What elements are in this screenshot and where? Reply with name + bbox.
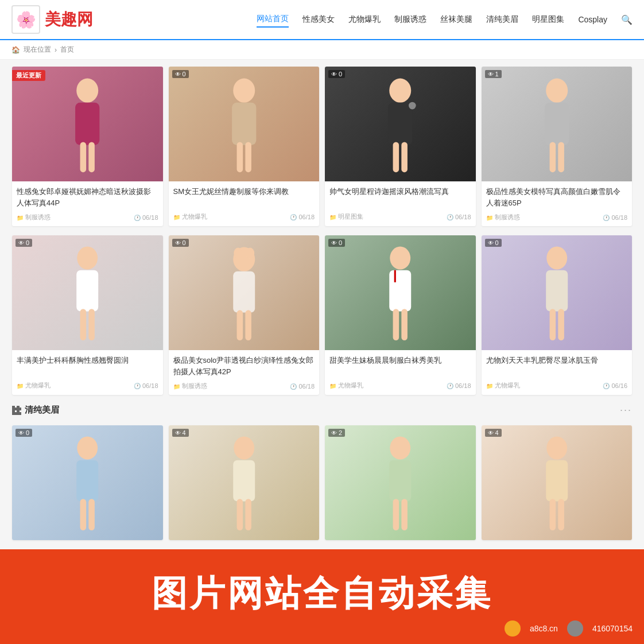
card-6-thumb[interactable]: 0 — [169, 235, 320, 350]
card-11-thumb[interactable]: 2 — [325, 425, 476, 540]
svg-rect-28 — [389, 270, 411, 312]
svg-rect-43 — [245, 499, 251, 530]
svg-rect-11 — [401, 142, 408, 172]
svg-point-12 — [409, 102, 416, 110]
card-1: 最近更新 性感兔女郎卓娅祺妩媚神态暗送秋波摄影人体写真44P 制服诱惑 — [12, 67, 163, 226]
svg-rect-50 — [549, 499, 556, 530]
search-icon[interactable]: 🔍 — [621, 14, 633, 25]
grid-pure: 0 4 — [12, 425, 632, 540]
ad-banner-sub: a8c8.cn 416070154 — [11, 620, 633, 637]
card-10: 4 — [169, 425, 320, 540]
svg-point-22 — [234, 248, 242, 259]
svg-rect-46 — [393, 499, 399, 530]
nav-item-uniform[interactable]: 制服诱惑 — [394, 12, 426, 27]
clock-icon-7 — [447, 382, 453, 389]
card-8-thumb[interactable]: 0 — [482, 235, 633, 350]
card-3-title: 帅气女明星程诗迦摇滚风格潮流写真 — [329, 186, 471, 208]
card-5-category: 尤物爆乳 — [17, 381, 51, 390]
ad-link-1[interactable]: a8c8.cn — [530, 624, 558, 633]
section-pure-header: 清纯美眉 ··· — [12, 404, 632, 420]
svg-rect-49 — [546, 460, 568, 502]
svg-rect-47 — [401, 499, 408, 530]
section-pure-title: 清纯美眉 — [12, 405, 59, 416]
card-2-meta: 尤物爆乳 06/18 — [173, 212, 315, 221]
card-3-thumb[interactable]: 0 — [325, 67, 476, 181]
card-1-image — [12, 67, 163, 181]
svg-rect-9 — [388, 103, 412, 145]
clock-icon — [134, 214, 141, 221]
card-8-image — [482, 235, 633, 350]
card-7-thumb[interactable]: 0 — [325, 235, 476, 350]
card-5-thumb[interactable]: 0 — [12, 235, 163, 350]
svg-rect-38 — [80, 499, 87, 530]
svg-rect-39 — [88, 499, 95, 530]
logo-icon: 🌸 — [11, 5, 40, 34]
card-1-category: 制服诱惑 — [17, 213, 51, 222]
svg-rect-24 — [233, 271, 255, 313]
svg-rect-51 — [558, 499, 564, 530]
card-2-thumb[interactable]: 0 — [169, 67, 320, 181]
card-6: 0 极品美女solo尹菲透视白纱演绎性感兔女郎拍摄人体写真42P — [169, 235, 320, 395]
card-12-thumb[interactable]: 4 — [482, 425, 633, 540]
folder-icon-3 — [329, 214, 336, 220]
header: 🌸 美趣网 网站首页 性感美女 尤物爆乳 制服诱惑 丝袜美腿 清纯美眉 明星图集… — [0, 0, 644, 40]
card-12: 4 — [482, 425, 633, 540]
svg-rect-5 — [232, 103, 256, 145]
card-4-image — [482, 67, 633, 181]
card-3-meta: 明星图集 06/18 — [329, 212, 471, 221]
nav-item-star[interactable]: 明星图集 — [532, 12, 564, 27]
nav-item-silk[interactable]: 丝袜美腿 — [440, 12, 472, 27]
folder-icon-6 — [173, 383, 180, 390]
card-6-meta: 制服诱惑 06/18 — [173, 382, 315, 390]
card-3-views: 0 — [328, 70, 345, 78]
svg-rect-30 — [393, 309, 399, 340]
folder-icon-5 — [17, 382, 24, 389]
svg-point-23 — [246, 248, 254, 259]
card-3-date: 06/18 — [447, 214, 471, 220]
section-more-btn[interactable]: ··· — [620, 404, 632, 416]
card-2-body: SM女王尤妮丝情趣制服等你来调教 尤物爆乳 06/18 — [169, 181, 320, 226]
breadcrumb-home-icon: 🏠 — [11, 46, 20, 54]
nav-item-cosplay[interactable]: Cosplay — [578, 13, 607, 26]
nav-item-home[interactable]: 网站首页 — [257, 11, 289, 28]
nav-item-pure[interactable]: 清纯美眉 — [486, 12, 518, 27]
breadcrumb-sep: › — [55, 46, 57, 54]
logo-text: 美趣网 — [45, 9, 93, 30]
eye-icon-9 — [18, 429, 24, 436]
nav-item-busty[interactable]: 尤物爆乳 — [348, 12, 381, 27]
nav-item-sexy[interactable]: 性感美女 — [302, 12, 335, 27]
card-1-title: 性感兔女郎卓娅祺妩媚神态暗送秋波摄影人体写真44P — [17, 186, 158, 208]
svg-rect-7 — [245, 142, 251, 172]
clock-icon-2 — [290, 214, 297, 220]
card-9-thumb[interactable]: 0 — [12, 425, 163, 540]
folder-icon-2 — [173, 214, 180, 220]
svg-rect-26 — [245, 310, 251, 340]
ad-badge-icon-1 — [505, 620, 521, 637]
grid-recent: 最近更新 性感兔女郎卓娅祺妩媚神态暗送秋波摄影人体写真44P 制服诱惑 — [12, 67, 632, 226]
card-3: 0 帅气女明星程诗迦摇滚风格潮流写真 — [325, 67, 476, 226]
card-5-date: 06/18 — [134, 382, 158, 389]
svg-rect-34 — [549, 309, 556, 340]
card-8-meta: 尤物爆乳 06/16 — [486, 381, 628, 390]
card-1-thumb[interactable]: 最近更新 — [12, 67, 163, 181]
svg-rect-25 — [236, 310, 243, 340]
svg-rect-15 — [549, 142, 556, 172]
card-1-date: 06/18 — [134, 214, 158, 221]
eye-icon-5 — [18, 239, 24, 246]
card-6-views: 0 — [172, 239, 189, 247]
ad-link-2[interactable]: 416070154 — [592, 624, 633, 633]
card-10-thumb[interactable]: 4 — [169, 425, 320, 540]
main-nav: 网站首页 性感美女 尤物爆乳 制服诱惑 丝袜美腿 清纯美眉 明星图集 Cospl… — [257, 11, 633, 28]
card-4-thumb[interactable]: 1 — [482, 67, 633, 181]
card-8-date: 06/16 — [603, 382, 627, 389]
eye-icon-8 — [488, 239, 494, 246]
card-2-date: 06/18 — [290, 214, 315, 220]
card-11: 2 — [325, 425, 476, 540]
card-2-category: 尤物爆乳 — [173, 212, 207, 221]
svg-point-32 — [546, 247, 567, 270]
svg-rect-29 — [394, 270, 396, 282]
card-4-category: 制服诱惑 — [486, 213, 520, 222]
svg-rect-14 — [545, 103, 569, 145]
card-5-image — [12, 235, 163, 350]
svg-point-13 — [546, 79, 568, 103]
